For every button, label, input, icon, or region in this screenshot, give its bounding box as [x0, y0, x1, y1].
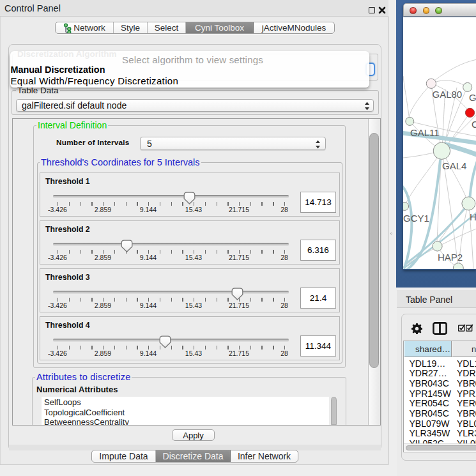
svg-text:HAP2: HAP2 — [438, 252, 463, 263]
svg-text:GAL80: GAL80 — [433, 89, 463, 100]
svg-text:C: C — [472, 119, 476, 130]
svg-text:GAL4: GAL4 — [442, 160, 466, 171]
svg-text:GAL11: GAL11 — [410, 127, 440, 138]
svg-text:GA: GA — [469, 92, 476, 103]
svg-text:GCY1: GCY1 — [403, 213, 429, 224]
svg-text:H: H — [470, 211, 476, 222]
